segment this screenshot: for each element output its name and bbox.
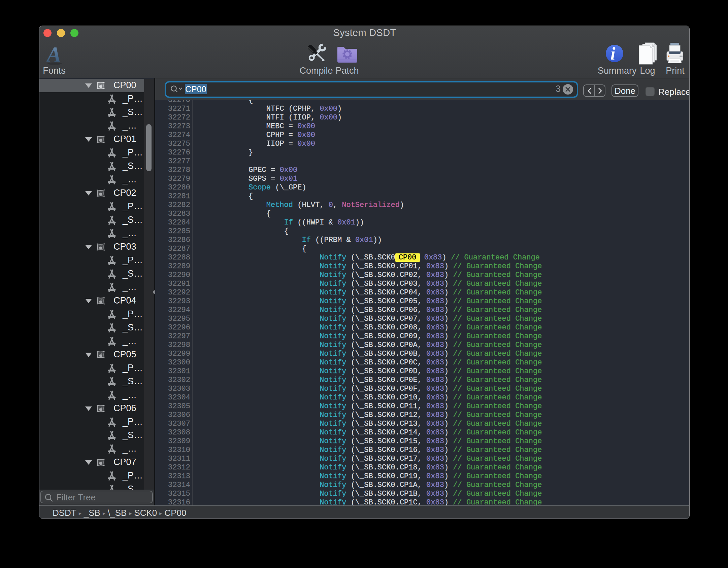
svg-text:A: A bbox=[46, 44, 61, 66]
svg-text:i: i bbox=[610, 44, 616, 63]
